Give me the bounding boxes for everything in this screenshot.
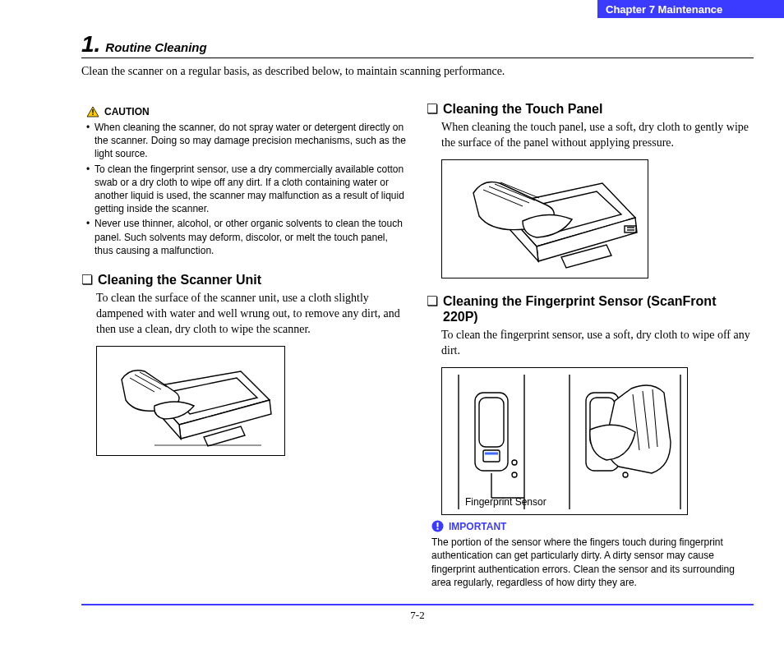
important-body: The portion of the sensor where the fing… [431,536,752,589]
section-number: 1. [81,33,100,56]
caution-item: To clean the fingerprint sensor, use a d… [86,163,407,216]
svg-point-12 [512,460,517,465]
svg-rect-3 [625,226,636,232]
svg-rect-2 [92,114,93,116]
touch-panel-body: When cleaning the touch panel, use a sof… [441,120,752,151]
caution-item: When cleaning the scanner, do not spray … [86,121,407,161]
fingerprint-body: To clean the fingerprint sensor, use a s… [441,328,752,359]
page-number: 7-2 [410,609,424,621]
svg-rect-9 [479,398,504,447]
fingerprint-figure-label: Fingerprint Sensor [465,496,546,508]
fingerprint-heading: ❏ Cleaning the Fingerprint Sensor (ScanF… [427,293,752,324]
touch-panel-title: Cleaning the Touch Panel [443,101,602,117]
footer: 7-2 [81,604,754,622]
bullet-icon: ❏ [427,293,438,309]
touch-panel-figure [441,159,648,278]
scanner-unit-body: To clean the surface of the scanner unit… [96,291,407,338]
scanner-unit-heading: ❏ Cleaning the Scanner Unit [81,272,407,288]
caution-item: Never use thinner, alcohol, or other org… [86,217,407,257]
caution-list: When cleaning the scanner, do not spray … [86,121,407,257]
important-header: IMPORTANT [431,520,752,532]
page-content: 1. Routine Cleaning Clean the scanner on… [81,33,754,622]
svg-point-21 [623,472,628,477]
fingerprint-figure: Fingerprint Sensor [441,367,688,515]
important-label: IMPORTANT [449,521,506,532]
scanner-unit-title: Cleaning the Scanner Unit [98,272,261,288]
bullet-icon: ❏ [81,272,93,288]
svg-rect-10 [483,450,500,462]
svg-rect-23 [437,522,439,527]
chapter-header: Chapter 7 Maintenance [597,0,784,18]
intro-text: Clean the scanner on a regular basis, as… [81,65,754,78]
left-column: CAUTION When cleaning the scanner, do no… [81,101,407,589]
svg-rect-1 [92,109,93,113]
caution-label: CAUTION [104,106,150,117]
right-column: ❏ Cleaning the Touch Panel When cleaning… [427,101,752,589]
scanner-unit-figure [96,346,285,456]
section-title-text: Routine Cleaning [105,40,206,54]
svg-point-13 [512,472,517,477]
bullet-icon: ❏ [427,101,438,117]
caution-header: CAUTION [86,106,407,117]
touch-panel-heading: ❏ Cleaning the Touch Panel [427,101,752,117]
caution-icon [86,106,99,117]
fingerprint-title: Cleaning the Fingerprint Sensor (ScanFro… [443,293,752,324]
section-heading: 1. Routine Cleaning [81,33,754,58]
chapter-title: Chapter 7 Maintenance [606,3,722,16]
svg-rect-24 [437,528,439,530]
important-icon [431,520,444,532]
two-column-layout: CAUTION When cleaning the scanner, do no… [81,101,754,589]
